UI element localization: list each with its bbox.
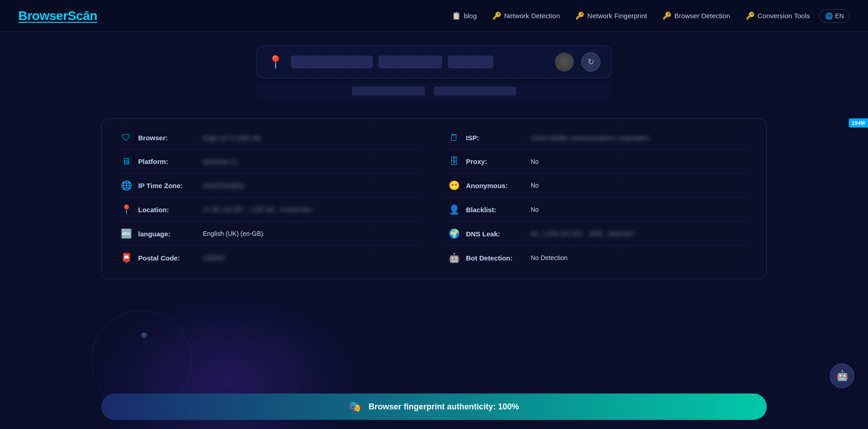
postal-label: Postal Code:	[138, 254, 197, 262]
platform-label: Platform:	[138, 158, 197, 165]
main-header: BrowserScān 📋 blog 🔑 Network Detection 🔑…	[0, 0, 868, 32]
info-row-dns: 🌍 DNS Leak: No, 2.206.207.007 · 3453 · d…	[448, 222, 748, 246]
hero-section: 📍 ↻	[0, 32, 868, 109]
browser-icon: 🛡	[120, 133, 133, 143]
info-row-bot: 🤖 Bot Detection: No Detection	[448, 246, 748, 270]
bot-float-icon: 🤖	[836, 370, 848, 382]
nav-blog-label: blog	[464, 12, 476, 20]
proxy-value: No	[531, 158, 539, 165]
key-icon-3: 🔑	[662, 11, 672, 20]
proxy-icon: 🗄	[448, 156, 460, 167]
isp-label: ISP:	[466, 134, 525, 142]
location-pin-icon: 📍	[268, 55, 284, 70]
blacklist-label: Blacklist:	[466, 206, 525, 214]
nav-conversion-tools[interactable]: 🔑 Conversion Tools	[739, 9, 816, 23]
bot-icon: 🤖	[448, 252, 460, 263]
timezone-value: Asia/Shanghai	[203, 182, 244, 189]
bot-float-button[interactable]: 🤖	[830, 363, 854, 388]
avatar	[555, 52, 574, 72]
nav-browser-detection[interactable]: 🔑 Browser Detection	[656, 9, 737, 23]
anonymous-icon: 😶	[448, 180, 460, 191]
dns-label: DNS Leak:	[466, 230, 525, 238]
refresh-button[interactable]: ↻	[581, 52, 600, 72]
logo-text-1: Browser	[18, 9, 68, 23]
location-value: 37.38 116.067 · 1.267 km · 8 detection	[203, 206, 312, 213]
dns-icon: 🌍	[448, 228, 460, 239]
info-card: 🛡 Browser: Edge 127.0.2651.98 🖥 Platform…	[101, 118, 767, 279]
sub-text-2	[434, 87, 516, 96]
ip-block-2	[378, 56, 442, 68]
language-value: English (UK) (en-GB)	[203, 230, 263, 237]
logo-text-2: Scān	[68, 9, 98, 23]
sub-text-1	[352, 87, 425, 96]
timezone-label: IP Time Zone:	[138, 182, 197, 189]
bot-label: Bot Detection:	[466, 254, 525, 262]
ip-block-3	[448, 56, 493, 68]
nav-network-fingerprint[interactable]: 🔑 Network Fingerprint	[569, 9, 653, 23]
nav-browser-detection-label: Browser Detection	[674, 12, 730, 20]
info-column-right: 🗒 ISP: China Mobile communications corpo…	[448, 126, 748, 270]
nav-network-detection[interactable]: 🔑 Network Detection	[486, 9, 567, 23]
nav-conversion-tools-label: Conversion Tools	[758, 12, 810, 20]
sub-bar	[256, 82, 612, 100]
info-row-blacklist: 👤 Blacklist: No	[448, 198, 748, 222]
browser-label: Browser:	[138, 134, 197, 142]
nav-network-detection-label: Network Detection	[504, 12, 560, 20]
location-icon: 📍	[120, 204, 133, 215]
ip-bar: 📍 ↻	[256, 46, 612, 78]
anonymous-value: No	[531, 182, 539, 189]
info-row-timezone: 🌐 IP Time Zone: Asia/Shanghai	[120, 174, 420, 198]
info-row-postal: 📮 Postal Code: 100000	[120, 246, 420, 270]
blog-icon: 📋	[452, 11, 461, 20]
lang-label: EN	[835, 12, 844, 20]
language-selector[interactable]: 🌐 EN	[819, 9, 850, 23]
proxy-label: Proxy:	[466, 158, 525, 165]
dns-value: No, 2.206.207.007 · 3453 · detection	[531, 230, 634, 237]
ip-block-1	[291, 56, 373, 68]
key-icon-2: 🔑	[575, 11, 584, 20]
language-icon: 🔤	[120, 228, 133, 239]
ip-fields	[291, 56, 548, 68]
browser-value: Edge 127.0.2651.98	[203, 134, 260, 142]
info-row-proxy: 🗄 Proxy: No	[448, 150, 748, 174]
info-row-location: 📍 Location: 37.38 116.067 · 1.267 km · 8…	[120, 198, 420, 222]
info-row-isp: 🗒 ISP: China Mobile communications corpo…	[448, 126, 748, 150]
blacklist-icon: 👤	[448, 204, 460, 215]
info-row-browser: 🛡 Browser: Edge 127.0.2651.98	[120, 126, 420, 150]
nav-blog[interactable]: 📋 blog	[445, 9, 483, 23]
logo[interactable]: BrowserScān	[18, 9, 97, 23]
info-row-platform: 🖥 Platform: Windows 11	[120, 150, 420, 174]
key-icon-4: 🔑	[746, 11, 755, 20]
fingerprint-bar: 🎭 Browser fingerprint authenticity: 100%	[101, 393, 767, 420]
isp-icon: 🗒	[448, 133, 460, 143]
platform-icon: 🖥	[120, 156, 133, 167]
platform-value: Windows 11	[203, 158, 238, 165]
blacklist-value: No	[531, 206, 539, 213]
globe-icon: 🌐	[825, 12, 833, 20]
nav-network-fingerprint-label: Network Fingerprint	[587, 12, 647, 20]
info-column-left: 🛡 Browser: Edge 127.0.2651.98 🖥 Platform…	[120, 126, 420, 270]
fingerprint-text: Browser fingerprint authenticity: 100%	[368, 402, 519, 412]
language-label: language:	[138, 230, 197, 238]
fingerprint-icon: 🎭	[349, 401, 361, 413]
bot-value: No Detection	[531, 254, 568, 261]
location-label: Location:	[138, 206, 197, 214]
postal-icon: 📮	[120, 252, 133, 263]
info-row-language: 🔤 language: English (UK) (en-GB)	[120, 222, 420, 246]
anonymous-label: Anonymous:	[466, 182, 525, 189]
timezone-icon: 🌐	[120, 180, 133, 191]
key-icon-1: 🔑	[492, 11, 501, 20]
main-nav: 📋 blog 🔑 Network Detection 🔑 Network Fin…	[445, 9, 850, 23]
side-badge: 194M	[849, 118, 868, 128]
postal-value: 100000	[203, 254, 224, 261]
info-row-anonymous: 😶 Anonymous: No	[448, 174, 748, 198]
isp-value: China Mobile communications corporation	[531, 134, 650, 142]
